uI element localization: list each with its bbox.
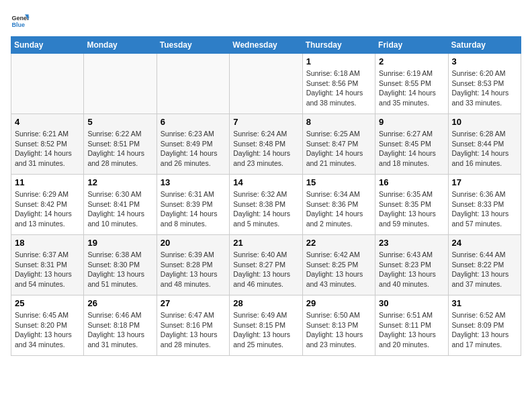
day-info: Sunrise: 6:30 AM Sunset: 8:41 PM Dayligh… xyxy=(87,189,152,229)
calendar-cell: 3Sunrise: 6:20 AM Sunset: 8:53 PM Daylig… xyxy=(448,54,521,114)
day-number: 1 xyxy=(306,56,371,66)
day-info: Sunrise: 6:35 AM Sunset: 8:35 PM Dayligh… xyxy=(379,189,444,229)
day-info: Sunrise: 6:34 AM Sunset: 8:36 PM Dayligh… xyxy=(306,189,371,229)
calendar-cell: 21Sunrise: 6:40 AM Sunset: 8:27 PM Dayli… xyxy=(230,235,302,295)
day-number: 27 xyxy=(161,298,226,308)
calendar-cell: 31Sunrise: 6:52 AM Sunset: 8:09 PM Dayli… xyxy=(448,295,521,356)
calendar-cell: 5Sunrise: 6:22 AM Sunset: 8:51 PM Daylig… xyxy=(84,114,157,175)
day-number: 6 xyxy=(161,117,226,127)
day-info: Sunrise: 6:19 AM Sunset: 8:55 PM Dayligh… xyxy=(379,68,444,108)
calendar-cell xyxy=(230,54,302,114)
day-info: Sunrise: 6:39 AM Sunset: 8:28 PM Dayligh… xyxy=(161,250,226,289)
calendar-cell xyxy=(157,54,229,114)
calendar-cell: 9Sunrise: 6:27 AM Sunset: 8:45 PM Daylig… xyxy=(375,114,448,175)
calendar-cell xyxy=(84,54,157,114)
calendar-cell: 29Sunrise: 6:50 AM Sunset: 8:13 PM Dayli… xyxy=(302,295,375,356)
day-number: 8 xyxy=(306,117,371,127)
calendar-cell: 24Sunrise: 6:44 AM Sunset: 8:22 PM Dayli… xyxy=(448,235,521,295)
calendar-cell: 25Sunrise: 6:45 AM Sunset: 8:20 PM Dayli… xyxy=(11,295,84,356)
day-number: 26 xyxy=(87,298,152,308)
weekday-header-monday: Monday xyxy=(84,37,157,54)
weekday-header-sunday: Sunday xyxy=(11,37,84,54)
day-number: 29 xyxy=(306,298,371,308)
day-number: 30 xyxy=(379,298,444,308)
day-number: 13 xyxy=(161,177,226,187)
day-info: Sunrise: 6:43 AM Sunset: 8:23 PM Dayligh… xyxy=(379,250,444,289)
day-info: Sunrise: 6:49 AM Sunset: 8:15 PM Dayligh… xyxy=(233,310,298,350)
day-info: Sunrise: 6:40 AM Sunset: 8:27 PM Dayligh… xyxy=(233,250,298,289)
day-number: 10 xyxy=(452,117,517,127)
calendar-cell: 4Sunrise: 6:21 AM Sunset: 8:52 PM Daylig… xyxy=(11,114,84,175)
weekday-header-saturday: Saturday xyxy=(448,37,521,54)
day-info: Sunrise: 6:28 AM Sunset: 8:44 PM Dayligh… xyxy=(452,129,517,169)
day-info: Sunrise: 6:27 AM Sunset: 8:45 PM Dayligh… xyxy=(379,129,444,169)
day-number: 19 xyxy=(87,238,152,248)
calendar-cell: 15Sunrise: 6:34 AM Sunset: 8:36 PM Dayli… xyxy=(302,175,375,235)
day-number: 12 xyxy=(87,177,152,187)
calendar-cell: 22Sunrise: 6:42 AM Sunset: 8:25 PM Dayli… xyxy=(302,235,375,295)
day-info: Sunrise: 6:20 AM Sunset: 8:53 PM Dayligh… xyxy=(452,68,517,108)
weekday-header-tuesday: Tuesday xyxy=(157,37,229,54)
day-info: Sunrise: 6:18 AM Sunset: 8:56 PM Dayligh… xyxy=(306,68,371,108)
day-number: 4 xyxy=(15,117,80,127)
day-info: Sunrise: 6:21 AM Sunset: 8:52 PM Dayligh… xyxy=(15,129,80,169)
day-info: Sunrise: 6:32 AM Sunset: 8:38 PM Dayligh… xyxy=(233,189,298,229)
logo-icon: General Blue xyxy=(11,11,30,30)
day-number: 18 xyxy=(15,238,80,248)
day-info: Sunrise: 6:23 AM Sunset: 8:49 PM Dayligh… xyxy=(161,129,226,169)
svg-text:Blue: Blue xyxy=(11,21,25,28)
calendar-cell: 19Sunrise: 6:38 AM Sunset: 8:30 PM Dayli… xyxy=(84,235,157,295)
day-number: 14 xyxy=(233,177,298,187)
calendar-cell: 18Sunrise: 6:37 AM Sunset: 8:31 PM Dayli… xyxy=(11,235,84,295)
calendar-cell: 11Sunrise: 6:29 AM Sunset: 8:42 PM Dayli… xyxy=(11,175,84,235)
day-number: 31 xyxy=(452,298,517,308)
weekday-header-thursday: Thursday xyxy=(302,37,375,54)
week-row-4: 18Sunrise: 6:37 AM Sunset: 8:31 PM Dayli… xyxy=(11,235,521,295)
day-number: 17 xyxy=(452,177,517,187)
calendar-cell: 1Sunrise: 6:18 AM Sunset: 8:56 PM Daylig… xyxy=(302,54,375,114)
day-info: Sunrise: 6:37 AM Sunset: 8:31 PM Dayligh… xyxy=(15,250,80,289)
calendar-cell: 26Sunrise: 6:46 AM Sunset: 8:18 PM Dayli… xyxy=(84,295,157,356)
calendar-cell: 10Sunrise: 6:28 AM Sunset: 8:44 PM Dayli… xyxy=(448,114,521,175)
calendar-cell: 27Sunrise: 6:47 AM Sunset: 8:16 PM Dayli… xyxy=(157,295,229,356)
day-number: 28 xyxy=(233,298,298,308)
calendar-cell: 23Sunrise: 6:43 AM Sunset: 8:23 PM Dayli… xyxy=(375,235,448,295)
calendar-cell: 14Sunrise: 6:32 AM Sunset: 8:38 PM Dayli… xyxy=(230,175,302,235)
calendar-cell: 17Sunrise: 6:36 AM Sunset: 8:33 PM Dayli… xyxy=(448,175,521,235)
day-number: 16 xyxy=(379,177,444,187)
calendar-cell: 7Sunrise: 6:24 AM Sunset: 8:48 PM Daylig… xyxy=(230,114,302,175)
calendar-cell: 8Sunrise: 6:25 AM Sunset: 8:47 PM Daylig… xyxy=(302,114,375,175)
day-info: Sunrise: 6:42 AM Sunset: 8:25 PM Dayligh… xyxy=(306,250,371,289)
day-info: Sunrise: 6:52 AM Sunset: 8:09 PM Dayligh… xyxy=(452,310,517,350)
weekday-header-wednesday: Wednesday xyxy=(230,37,302,54)
day-info: Sunrise: 6:44 AM Sunset: 8:22 PM Dayligh… xyxy=(452,250,517,289)
weekday-header-friday: Friday xyxy=(375,37,448,54)
calendar-cell: 28Sunrise: 6:49 AM Sunset: 8:15 PM Dayli… xyxy=(230,295,302,356)
calendar-cell: 2Sunrise: 6:19 AM Sunset: 8:55 PM Daylig… xyxy=(375,54,448,114)
week-row-2: 4Sunrise: 6:21 AM Sunset: 8:52 PM Daylig… xyxy=(11,114,521,175)
day-number: 24 xyxy=(452,238,517,248)
calendar-cell: 6Sunrise: 6:23 AM Sunset: 8:49 PM Daylig… xyxy=(157,114,229,175)
week-row-1: 1Sunrise: 6:18 AM Sunset: 8:56 PM Daylig… xyxy=(11,54,521,114)
day-info: Sunrise: 6:46 AM Sunset: 8:18 PM Dayligh… xyxy=(87,310,152,350)
day-info: Sunrise: 6:31 AM Sunset: 8:39 PM Dayligh… xyxy=(161,189,226,229)
day-info: Sunrise: 6:50 AM Sunset: 8:13 PM Dayligh… xyxy=(306,310,371,350)
calendar-cell: 30Sunrise: 6:51 AM Sunset: 8:11 PM Dayli… xyxy=(375,295,448,356)
calendar-cell xyxy=(11,54,84,114)
day-number: 21 xyxy=(233,238,298,248)
day-info: Sunrise: 6:36 AM Sunset: 8:33 PM Dayligh… xyxy=(452,189,517,229)
day-info: Sunrise: 6:38 AM Sunset: 8:30 PM Dayligh… xyxy=(87,250,152,289)
day-number: 25 xyxy=(15,298,80,308)
day-number: 22 xyxy=(306,238,371,248)
calendar-cell: 13Sunrise: 6:31 AM Sunset: 8:39 PM Dayli… xyxy=(157,175,229,235)
day-number: 7 xyxy=(233,117,298,127)
week-row-5: 25Sunrise: 6:45 AM Sunset: 8:20 PM Dayli… xyxy=(11,295,521,356)
calendar-cell: 20Sunrise: 6:39 AM Sunset: 8:28 PM Dayli… xyxy=(157,235,229,295)
day-info: Sunrise: 6:45 AM Sunset: 8:20 PM Dayligh… xyxy=(15,310,80,350)
day-info: Sunrise: 6:29 AM Sunset: 8:42 PM Dayligh… xyxy=(15,189,80,229)
day-number: 23 xyxy=(379,238,444,248)
page-header: General Blue xyxy=(11,11,521,30)
calendar-table: SundayMondayTuesdayWednesdayThursdayFrid… xyxy=(11,36,521,356)
day-info: Sunrise: 6:24 AM Sunset: 8:48 PM Dayligh… xyxy=(233,129,298,169)
day-info: Sunrise: 6:47 AM Sunset: 8:16 PM Dayligh… xyxy=(161,310,226,350)
